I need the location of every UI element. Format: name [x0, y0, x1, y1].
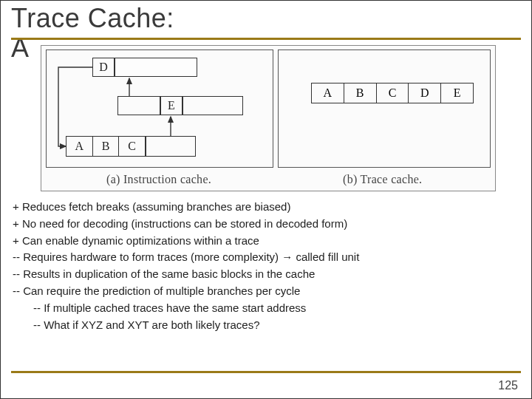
block-d-row: [115, 58, 197, 77]
figure: D E A B C: [41, 45, 496, 191]
bullet-4-pre: -- Requires hardware to form traces (mor…: [13, 250, 282, 263]
body-text: + Reduces fetch breaks (assuming branche…: [13, 199, 519, 333]
bullet-6a: -- If multiple cached traces have the sa…: [13, 300, 519, 317]
bullet-1: + Reduces fetch breaks (assuming branche…: [13, 199, 519, 216]
right-arrow-icon: →: [282, 250, 293, 263]
block-abc: A B C: [66, 136, 146, 157]
block-e: E: [160, 96, 183, 115]
bullet-5: -- Results in duplication of the same ba…: [13, 266, 519, 283]
trace-e: E: [440, 83, 473, 103]
bullet-4-post: called fill unit: [293, 250, 359, 263]
bullet-2: + No need for decoding (instructions can…: [13, 216, 519, 233]
caption-a: (a) Instruction cache.: [106, 173, 211, 186]
block-e-row-right: [183, 96, 243, 115]
bullet-4: -- Requires hardware to form traces (mor…: [13, 249, 519, 266]
block-d: D: [92, 58, 115, 77]
bullet-6b: -- What if XYZ and XYT are both likely t…: [13, 317, 519, 334]
block-c: C: [118, 137, 145, 156]
figure-instruction-cache: D E A B C: [46, 50, 273, 168]
bullet-3: + Can enable dynamic optimizations withi…: [13, 233, 519, 250]
figure-trace-cache: A B C D E: [278, 50, 491, 168]
trace-d: D: [408, 83, 440, 103]
block-c-row: [146, 136, 196, 157]
slide-title-line1: Trace Cache:: [11, 4, 521, 33]
trace-row: A B C D E: [311, 83, 474, 103]
caption-b: (b) Trace cache.: [343, 173, 422, 186]
trace-a: A: [312, 83, 344, 103]
page-number: 125: [498, 379, 518, 392]
trace-c: C: [376, 83, 409, 103]
bullet-6: -- Can require the prediction of multipl…: [13, 283, 519, 300]
footer-underline: [11, 371, 521, 373]
slide: Trace Cache: A D E A B C: [0, 0, 532, 399]
block-e-row-left: [117, 96, 160, 115]
trace-b: B: [344, 83, 376, 103]
block-b: B: [92, 137, 119, 156]
block-a: A: [66, 137, 92, 156]
title-underline: [11, 38, 521, 40]
